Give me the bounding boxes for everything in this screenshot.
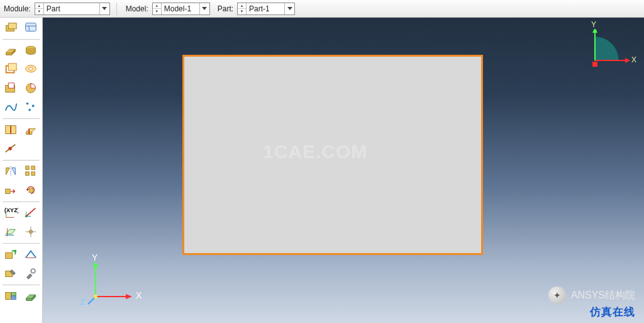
geometry-edit-icon (3, 266, 18, 282)
context-toolbar: Module: ▲▼ Part Model: ▲▼ Model-1 Part: … (0, 0, 644, 18)
toolbox-separator (3, 285, 40, 285)
create-part-button[interactable] (1, 20, 20, 37)
svg-point-15 (28, 108, 31, 111)
wechat-icon: ✦ (548, 286, 566, 304)
svg-point-20 (8, 147, 11, 150)
attribution-text: ANSYS结构院 (571, 289, 635, 302)
toolbox-row (1, 246, 41, 264)
create-cut-revolve-button[interactable] (21, 80, 40, 98)
create-shell-revolve-icon (23, 62, 38, 78)
module-label: Module: (4, 4, 32, 13)
rotate-button[interactable] (21, 182, 40, 200)
attribution-caption: ✦ ANSYS结构院 (548, 286, 635, 304)
create-solid-revolve-button[interactable] (21, 42, 40, 60)
svg-rect-26 (6, 189, 10, 193)
toolbox-row (1, 80, 41, 98)
datum-point-icon (23, 225, 38, 241)
part-manager-button[interactable] (21, 20, 40, 37)
datum-axis-button[interactable] (21, 205, 40, 222)
partition-face-button[interactable] (1, 122, 20, 139)
toolbox-row (1, 140, 41, 158)
triad-top-right: X Y (589, 29, 633, 73)
create-shell-revolve-button[interactable] (21, 61, 40, 79)
svg-rect-7 (8, 63, 16, 70)
toolbox-row (1, 42, 41, 60)
toolbox-row (1, 20, 41, 37)
svg-rect-59 (592, 62, 597, 67)
model-combo[interactable]: ▲▼ Model-1 (152, 3, 210, 15)
toolbox-separator (3, 39, 40, 40)
create-point-button[interactable] (21, 99, 40, 116)
color-code-button[interactable] (1, 288, 20, 305)
create-point-icon (23, 100, 38, 116)
datum-csys-icon: (XYZ) (3, 206, 18, 222)
translate-button[interactable] (1, 182, 20, 200)
axis-y2-label: Y (591, 20, 596, 29)
svg-rect-11 (8, 82, 14, 88)
svg-marker-27 (26, 189, 30, 191)
module-dropdown-button[interactable] (99, 3, 109, 14)
create-cut-revolve-icon (23, 81, 38, 97)
svg-rect-23 (31, 166, 35, 169)
axis-z-label: Z (80, 298, 85, 307)
svg-rect-25 (31, 171, 35, 175)
axis-x2-label: X (631, 55, 636, 64)
part-toolbox: (XYZ) (0, 18, 43, 323)
toolbox-separator (3, 201, 40, 202)
svg-point-9 (28, 67, 33, 70)
mirror-button[interactable] (1, 163, 20, 181)
create-cut-extrude-button[interactable] (1, 80, 20, 98)
toolbox-row (1, 163, 41, 181)
svg-rect-24 (26, 171, 30, 175)
create-shell-extrude-button[interactable] (1, 61, 20, 79)
part-manager-icon (23, 21, 38, 37)
datum-csys-button[interactable]: (XYZ) (1, 205, 20, 222)
toolbox-row (1, 99, 41, 116)
toolbox-row (1, 122, 41, 139)
partition-edge-button[interactable] (1, 140, 20, 158)
create-solid-extrude-icon (3, 43, 18, 59)
toolbox-separator (3, 243, 40, 244)
site-brand: 仿真在线 (590, 305, 635, 319)
svg-point-42 (14, 249, 17, 252)
model-spinner[interactable]: ▲▼ (153, 3, 162, 14)
chevron-down-icon (287, 7, 292, 10)
repair-geometry-icon (3, 247, 18, 263)
geometry-tools-icon (23, 266, 38, 282)
geometry-tools-button[interactable] (21, 265, 40, 283)
create-wire-button[interactable] (1, 99, 20, 116)
svg-rect-41 (6, 252, 13, 258)
partition-face-icon (3, 123, 18, 139)
svg-rect-28 (29, 188, 33, 192)
toolbox-separator (3, 118, 40, 119)
model-value: Model-1 (162, 4, 199, 13)
repair-geometry-button[interactable] (1, 246, 20, 264)
datum-axis-icon (23, 206, 38, 222)
svg-point-13 (26, 102, 29, 105)
partition-cell-button[interactable] (21, 122, 40, 139)
svg-marker-58 (592, 29, 597, 33)
query-geometry-button[interactable] (21, 246, 40, 264)
rotate-icon (23, 183, 38, 199)
part-dropdown-button[interactable] (284, 3, 294, 14)
module-spinner[interactable]: ▲▼ (35, 3, 44, 14)
part-spinner[interactable]: ▲▼ (238, 3, 247, 14)
pattern-icon (23, 164, 38, 180)
model-dropdown-button[interactable] (199, 3, 209, 14)
module-combo[interactable]: ▲▼ Part (35, 3, 110, 15)
mirror-icon (3, 164, 18, 180)
watermark-text: 1CAE.COM (263, 141, 367, 162)
pattern-button[interactable] (21, 163, 40, 181)
geometry-edit-button[interactable] (1, 265, 20, 283)
triad-bottom-left: X Y Z (83, 259, 152, 309)
svg-rect-1 (8, 23, 16, 28)
viewport[interactable]: 1CAE.COM X Y Z (43, 18, 644, 323)
datum-point-button[interactable] (21, 224, 40, 241)
part-combo[interactable]: ▲▼ Part-1 (237, 3, 295, 15)
create-part-icon (3, 21, 18, 37)
datum-plane-button[interactable] (1, 224, 20, 241)
create-wire-icon (3, 100, 18, 116)
create-solid-extrude-button[interactable] (1, 42, 20, 60)
render-style-button[interactable] (21, 288, 40, 305)
module-value: Part (44, 4, 99, 13)
